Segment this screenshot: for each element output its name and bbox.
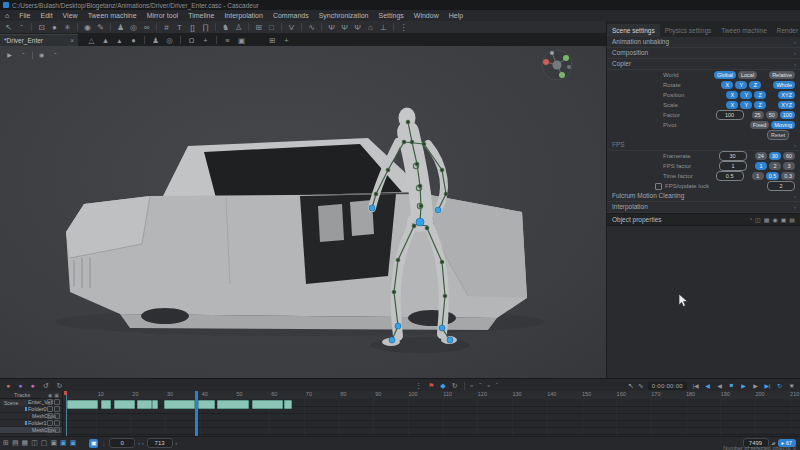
option-button-z[interactable]: Z bbox=[754, 101, 766, 109]
option-button-xyz[interactable]: XYZ bbox=[778, 101, 795, 109]
animation-clip[interactable] bbox=[67, 400, 98, 409]
track-row-meshobject-0-[interactable]: MeshObject(0) bbox=[0, 427, 62, 434]
menu-item-timeline[interactable]: Timeline bbox=[183, 12, 219, 19]
ball-icon[interactable]: ◎ bbox=[164, 34, 175, 47]
v-tool-icon[interactable]: V bbox=[286, 21, 297, 34]
panel-menu-icon[interactable]: ▤ bbox=[789, 216, 795, 223]
option-button-global[interactable]: Global bbox=[714, 71, 736, 79]
document-tab[interactable]: *Driver_Enter × bbox=[0, 34, 78, 46]
stop-button[interactable]: ■ bbox=[727, 382, 736, 389]
tab-physics-settings[interactable]: Physics settings bbox=[660, 24, 717, 37]
option-button-3[interactable]: 3 bbox=[783, 162, 795, 170]
toggle-b-icon[interactable]: ▣ bbox=[70, 439, 77, 447]
value-input-2[interactable]: 2 bbox=[767, 181, 795, 191]
menu-item-help[interactable]: Help bbox=[444, 12, 468, 19]
checkbox[interactable] bbox=[655, 183, 662, 190]
box-mode-icon[interactable]: ▢ bbox=[41, 439, 48, 447]
animation-clip[interactable] bbox=[101, 400, 111, 409]
track-mode-icon[interactable]: ▤ bbox=[12, 439, 19, 447]
option-button-xyz[interactable]: XYZ bbox=[778, 91, 795, 99]
step-forward-button[interactable]: ▶ bbox=[751, 382, 760, 389]
play-back-button[interactable]: ◀ bbox=[715, 382, 724, 389]
layer-mode-icon[interactable]: ▦ bbox=[22, 439, 29, 447]
track-row-folder0[interactable]: Folder0 bbox=[0, 406, 62, 413]
axes-icon[interactable]: ⊥ bbox=[378, 21, 389, 34]
track-row-folder1[interactable]: Folder1 bbox=[0, 420, 62, 427]
more-icon[interactable]: ⋮ bbox=[398, 21, 409, 34]
timeline[interactable]: 1020304050607080901001101201301401501601… bbox=[0, 391, 800, 436]
add-icon[interactable]: + bbox=[200, 34, 211, 47]
option-button-x[interactable]: X bbox=[721, 81, 733, 89]
mini-step-button-1[interactable]: › bbox=[142, 440, 144, 446]
visibility-checkbox[interactable] bbox=[47, 420, 53, 426]
dope-mode-icon[interactable]: ▣ bbox=[50, 439, 57, 447]
lock-checkbox[interactable] bbox=[54, 406, 60, 412]
text-tool-icon[interactable]: T bbox=[174, 21, 185, 34]
option-button-y[interactable]: Y bbox=[740, 91, 752, 99]
object-properties-titlebar[interactable]: Object properties▫◫▦◉▣▤ bbox=[607, 213, 800, 226]
section-header-animation-unbaking[interactable]: Animation unbaking› bbox=[607, 37, 800, 48]
option-button-reset[interactable]: Reset bbox=[767, 130, 789, 140]
split-mode-icon[interactable]: ◫ bbox=[31, 439, 38, 447]
option-button-y[interactable]: Y bbox=[740, 101, 752, 109]
option-button-25[interactable]: 25 bbox=[752, 111, 764, 119]
playback-settings-button[interactable]: ✳ bbox=[787, 382, 796, 389]
visibility-checkbox[interactable] bbox=[47, 427, 53, 433]
magnet-icon[interactable]: Ω bbox=[186, 34, 197, 47]
dock-icon[interactable]: ▫ bbox=[750, 216, 752, 223]
character-icon[interactable]: ♟ bbox=[115, 21, 126, 34]
grid-view-icon[interactable]: ▦ bbox=[764, 216, 770, 223]
section-header-fulcrum-motion-cleaning[interactable]: Fulcrum Motion Cleaning› bbox=[607, 191, 800, 202]
section-header-composition[interactable]: Composition› bbox=[607, 48, 800, 59]
option-button-moving[interactable]: Moving bbox=[771, 121, 795, 129]
menu-item-mirror-tool[interactable]: Mirror tool bbox=[142, 12, 184, 19]
interval-icon[interactable]: ∏ bbox=[200, 21, 211, 34]
visibility-checkbox[interactable] bbox=[47, 399, 53, 405]
gear-icon[interactable]: ✳ bbox=[62, 21, 73, 34]
current-frame-field[interactable]: 0 bbox=[109, 438, 135, 448]
window-grid-icon[interactable]: ⊞ bbox=[253, 21, 264, 34]
section-header-fps[interactable]: FPS› bbox=[607, 140, 800, 151]
menu-item-interpolation[interactable]: Interpolation bbox=[219, 12, 268, 19]
animation-clip[interactable] bbox=[114, 400, 135, 409]
cone-icon[interactable]: ▴ bbox=[114, 34, 125, 47]
brush-icon[interactable]: ✎ bbox=[95, 21, 106, 34]
value-input-1[interactable]: 1 bbox=[719, 161, 747, 171]
toggle-a-icon[interactable]: ▣ bbox=[60, 439, 67, 447]
section-header-interpolation[interactable]: Interpolation› bbox=[607, 202, 800, 213]
tab-tween-machine[interactable]: Tween machine bbox=[716, 24, 772, 37]
option-button-x[interactable]: X bbox=[726, 101, 738, 109]
option-button-100[interactable]: 100 bbox=[780, 111, 795, 119]
wave-tool-icon[interactable]: ∿ bbox=[306, 21, 317, 34]
home-icon[interactable]: ⌂ bbox=[0, 12, 14, 19]
orientation-gizmo[interactable] bbox=[540, 48, 574, 82]
play-button[interactable]: ▶ bbox=[739, 382, 748, 389]
scene-group-cell[interactable]: Scene bbox=[1, 400, 27, 406]
animation-clip[interactable] bbox=[137, 400, 151, 409]
option-button-z[interactable]: Z bbox=[754, 91, 766, 99]
value-input-100[interactable]: 100 bbox=[716, 110, 744, 120]
sphere-icon[interactable]: ● bbox=[128, 34, 139, 47]
animation-clip[interactable] bbox=[252, 400, 282, 409]
rig-b-icon[interactable]: Ψ bbox=[339, 21, 350, 34]
eye-icon[interactable]: ◉ bbox=[772, 216, 777, 223]
lock-checkbox[interactable] bbox=[54, 413, 60, 419]
skip-start-button[interactable]: |◀ bbox=[691, 382, 700, 389]
option-button-whole[interactable]: Whole bbox=[773, 81, 795, 89]
menu-item-file[interactable]: File bbox=[14, 12, 35, 19]
value-input-0.5[interactable]: 0.5 bbox=[716, 171, 744, 181]
eye-icon[interactable]: ◉ bbox=[48, 392, 52, 398]
menu-item-edit[interactable]: Edit bbox=[36, 12, 58, 19]
menu-item-window[interactable]: Window bbox=[409, 12, 444, 19]
ghost-mode-icon[interactable]: ⊞ bbox=[3, 439, 9, 447]
interval-length-field[interactable]: 713 bbox=[147, 438, 173, 448]
home-view-icon[interactable]: ⌂ bbox=[365, 21, 376, 34]
animation-clip[interactable] bbox=[198, 400, 215, 409]
caret-down-icon[interactable]: ˇ bbox=[50, 49, 61, 62]
loop-button[interactable]: ↻ bbox=[775, 382, 784, 389]
menu-item-commands[interactable]: Commands bbox=[268, 12, 314, 19]
caret-down-icon[interactable]: ˇ bbox=[16, 21, 27, 34]
layers-icon[interactable]: ≡ bbox=[222, 34, 233, 47]
option-button-50[interactable]: 50 bbox=[766, 111, 778, 119]
visibility-checkbox[interactable] bbox=[47, 413, 53, 419]
